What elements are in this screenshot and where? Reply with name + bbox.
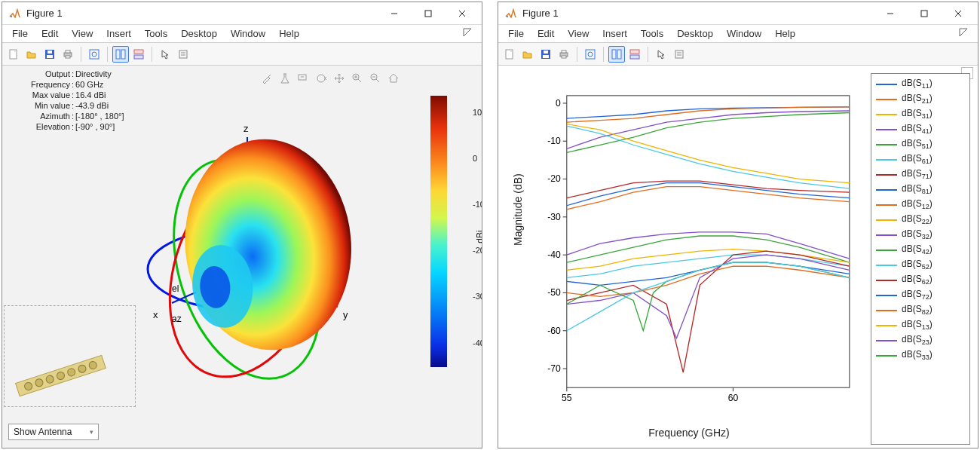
toolbar	[2, 43, 482, 66]
svg-point-0	[11, 16, 12, 17]
flask-icon[interactable]	[278, 72, 292, 85]
svg-text:-40: -40	[547, 249, 561, 260]
sparams-chart: 0-10-20-30-40-50-60-705560	[521, 81, 857, 410]
menu-view[interactable]: View	[562, 26, 594, 41]
properties-icon[interactable]	[671, 46, 688, 63]
svg-text:-60: -60	[547, 326, 561, 336]
titlebar: Figure 1	[498, 2, 978, 25]
svg-rect-51	[921, 11, 927, 17]
show-antenna-dropdown[interactable]: Show Antenna ▾	[8, 424, 99, 440]
pan-icon[interactable]	[332, 72, 346, 85]
axis-y-label: y	[343, 309, 348, 320]
svg-text:55: 55	[562, 393, 572, 403]
pointer-icon[interactable]	[157, 46, 173, 63]
new-file-icon[interactable]	[501, 46, 518, 63]
new-file-icon[interactable]	[5, 46, 22, 63]
open-file-icon[interactable]	[23, 46, 40, 63]
svg-text:-70: -70	[547, 363, 561, 374]
menu-collapse-icon[interactable]	[954, 26, 973, 41]
svg-text:60: 60	[728, 393, 739, 403]
pointer-icon[interactable]	[653, 46, 669, 63]
axes-2d[interactable]: 0-10-20-30-40-50-60-705560 Magnitude (dB…	[498, 66, 978, 448]
tile-v-icon[interactable]	[112, 46, 129, 63]
close-button[interactable]	[445, 3, 479, 24]
menu-desktop[interactable]: Desktop	[176, 26, 222, 41]
legend-item[interactable]: dB(S33)	[876, 348, 965, 363]
tile-h-icon[interactable]	[626, 46, 643, 63]
menu-collapse-icon[interactable]	[458, 26, 477, 41]
axes-3d[interactable]: Output:Directivity Frequency:60 GHz Max …	[2, 66, 482, 448]
svg-line-26	[358, 79, 361, 82]
svg-rect-64	[612, 50, 616, 59]
maximize-button[interactable]	[411, 3, 445, 24]
tile-h-icon[interactable]	[130, 46, 147, 63]
data-tips-icon[interactable]	[296, 72, 310, 85]
open-file-icon[interactable]	[519, 46, 536, 63]
svg-rect-11	[66, 51, 70, 53]
svg-rect-13	[90, 50, 99, 59]
chevron-down-icon: ▾	[90, 428, 93, 436]
menu-insert[interactable]: Insert	[101, 26, 136, 41]
menu-edit[interactable]: Edit	[532, 26, 559, 41]
zoom-in-icon[interactable]	[351, 72, 364, 85]
svg-rect-17	[134, 50, 143, 54]
menu-help[interactable]: Help	[770, 26, 801, 41]
toolbar	[498, 43, 978, 66]
menu-help[interactable]: Help	[274, 26, 305, 41]
legend[interactable]: dB(S11)dB(S21)dB(S31)dB(S41)dB(S51)dB(S6…	[871, 73, 970, 445]
matlab-icon	[504, 8, 516, 20]
antenna-inset[interactable]	[4, 305, 136, 407]
close-button[interactable]	[941, 3, 975, 24]
svg-line-30	[376, 79, 379, 82]
minimize-button[interactable]	[873, 3, 907, 24]
print-icon[interactable]	[556, 46, 572, 63]
inspect-icon[interactable]	[582, 46, 599, 63]
zoom-out-icon[interactable]	[369, 72, 382, 85]
svg-point-14	[92, 52, 96, 57]
svg-rect-61	[562, 56, 566, 58]
rotate-icon[interactable]	[314, 72, 328, 85]
menu-edit[interactable]: Edit	[36, 26, 63, 41]
save-icon[interactable]	[537, 46, 554, 63]
svg-point-24	[317, 75, 325, 82]
axis-x-label: x	[153, 309, 158, 320]
menu-desktop[interactable]: Desktop	[672, 26, 718, 41]
menubar: File Edit View Insert Tools Desktop Wind…	[2, 25, 482, 43]
x-axis-label: Frequency (GHz)	[648, 427, 729, 439]
matlab-icon	[8, 8, 20, 20]
svg-text:-30: -30	[547, 212, 561, 222]
svg-rect-57	[543, 55, 549, 58]
svg-rect-62	[586, 50, 595, 59]
tile-v-icon[interactable]	[608, 46, 625, 63]
axis-z-label: z	[243, 123, 249, 134]
figure-window-2: Figure 1 File Edit View Insert Tools Des…	[498, 2, 978, 448]
colorbar[interactable]	[430, 96, 447, 367]
svg-text:0: 0	[556, 98, 561, 109]
axes-toolbar	[260, 72, 400, 85]
svg-rect-16	[121, 50, 125, 59]
menu-window[interactable]: Window	[225, 26, 271, 41]
svg-point-63	[588, 52, 593, 57]
minimize-button[interactable]	[377, 3, 411, 24]
menu-view[interactable]: View	[66, 26, 98, 41]
menu-tools[interactable]: Tools	[635, 26, 669, 41]
titlebar: Figure 1	[2, 2, 482, 25]
menu-window[interactable]: Window	[721, 26, 767, 41]
menu-file[interactable]: File	[503, 26, 529, 41]
menu-tools[interactable]: Tools	[139, 26, 173, 41]
save-icon[interactable]	[41, 46, 58, 63]
maximize-button[interactable]	[907, 3, 941, 24]
radiation-pattern-3d: z x y el az	[130, 96, 387, 420]
menu-insert[interactable]: Insert	[597, 26, 632, 41]
inspect-icon[interactable]	[86, 46, 103, 63]
figure-window-1: Figure 1 File Edit View Insert Tools Des…	[2, 2, 482, 448]
menu-file[interactable]: File	[7, 26, 33, 41]
brush-icon[interactable]	[260, 72, 274, 85]
home-icon[interactable]	[387, 72, 400, 85]
svg-rect-66	[630, 50, 639, 54]
axis-az-label: az	[172, 314, 182, 324]
print-icon[interactable]	[60, 46, 76, 63]
properties-icon[interactable]	[175, 46, 191, 63]
svg-rect-58	[544, 51, 548, 54]
axis-el-label: el	[172, 283, 179, 294]
